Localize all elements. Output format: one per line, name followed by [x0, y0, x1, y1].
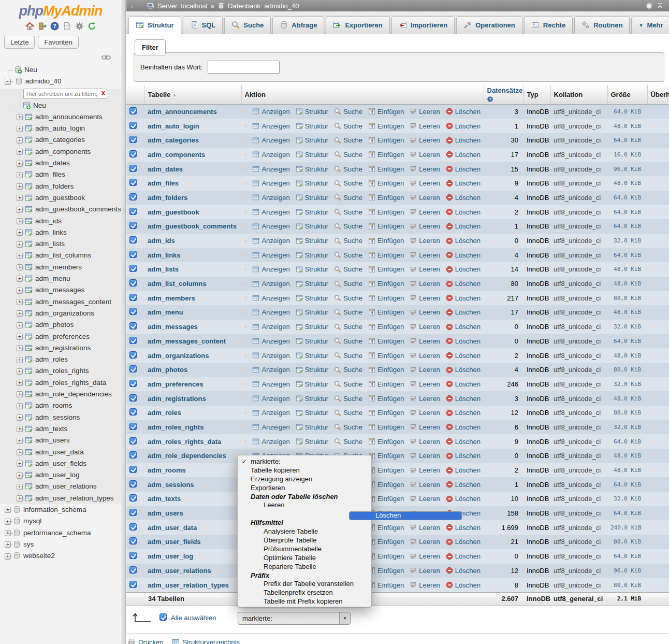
- action-empty-link[interactable]: Leeren: [410, 265, 440, 273]
- table-name-link[interactable]: adm_components: [148, 151, 205, 159]
- sidebar-table-adm_user_fields[interactable]: +adm_user_fields: [0, 458, 121, 469]
- header-records[interactable]: Datensätze: [484, 85, 523, 104]
- action-drop-link[interactable]: Löschen: [446, 466, 481, 474]
- action-drop-link[interactable]: Löschen: [446, 208, 481, 216]
- favorite-star-icon[interactable]: [244, 423, 246, 431]
- tab-routinen[interactable]: Routinen: [574, 16, 630, 34]
- action-insert-link[interactable]: Einfügen: [368, 251, 404, 259]
- favorites-button[interactable]: Favoriten: [38, 36, 78, 49]
- action-empty-link[interactable]: Leeren: [410, 495, 440, 503]
- favorite-star-icon[interactable]: [244, 294, 246, 302]
- action-drop-link[interactable]: Löschen: [446, 294, 481, 302]
- action-empty-link[interactable]: Leeren: [410, 194, 440, 202]
- favorite-star-icon[interactable]: [244, 237, 246, 245]
- expand-icon[interactable]: +: [17, 391, 23, 397]
- favorite-star-icon[interactable]: [244, 366, 246, 374]
- breadcrumb-database[interactable]: Datenbank: admidio_40: [228, 2, 299, 10]
- sidebar-database-mysql[interactable]: +mysql: [0, 516, 121, 527]
- action-insert-link[interactable]: Einfügen: [368, 466, 404, 474]
- table-name-link[interactable]: adm_user_relations: [148, 567, 211, 575]
- sidebar-table-adm_photos[interactable]: +adm_photos: [0, 319, 121, 331]
- expand-icon[interactable]: +: [17, 137, 23, 144]
- help-circle-icon[interactable]: [487, 96, 493, 102]
- favorite-star-icon[interactable]: [244, 208, 246, 216]
- action-structure-link[interactable]: Struktur: [296, 222, 329, 230]
- menu-item-prefix-der-tabelle-voranstellen[interactable]: Prefix der Tabelle voranstellen: [238, 580, 371, 589]
- action-empty-link[interactable]: Leeren: [410, 466, 440, 474]
- sidebar-table-adm_messages[interactable]: +adm_messages: [0, 284, 121, 296]
- action-structure-link[interactable]: Struktur: [296, 151, 329, 159]
- sidebar-table-adm_user_log[interactable]: +adm_user_log: [0, 469, 121, 481]
- table-name-link[interactable]: adm_sessions: [148, 481, 194, 489]
- table-name-link[interactable]: adm_folders: [148, 194, 187, 202]
- collapse-icon[interactable]: −: [5, 79, 11, 85]
- action-insert-link[interactable]: Einfügen: [368, 366, 404, 374]
- action-search-link[interactable]: Suche: [334, 165, 362, 173]
- expand-icon[interactable]: +: [17, 264, 23, 270]
- action-structure-link[interactable]: Struktur: [296, 352, 329, 360]
- expand-icon[interactable]: +: [17, 495, 23, 502]
- action-empty-link[interactable]: Leeren: [410, 165, 440, 173]
- table-name-link[interactable]: adm_organizations: [148, 352, 209, 360]
- tree-filter-input[interactable]: [23, 89, 107, 99]
- expand-icon[interactable]: +: [17, 299, 23, 305]
- expand-icon[interactable]: +: [17, 345, 23, 351]
- action-empty-link[interactable]: Leeren: [410, 323, 440, 331]
- action-insert-link[interactable]: Einfügen: [368, 395, 404, 403]
- expand-icon[interactable]: +: [17, 218, 23, 224]
- action-structure-link[interactable]: Struktur: [296, 280, 329, 288]
- logout-icon[interactable]: [38, 22, 47, 31]
- action-drop-link[interactable]: Löschen: [446, 280, 481, 288]
- expand-icon[interactable]: +: [17, 149, 23, 155]
- table-name-link[interactable]: adm_texts: [148, 495, 181, 503]
- action-drop-link[interactable]: Löschen: [446, 222, 481, 230]
- row-checkbox[interactable]: [129, 351, 137, 359]
- action-insert-link[interactable]: Einfügen: [368, 265, 404, 273]
- table-name-link[interactable]: adm_rooms: [148, 466, 186, 474]
- favorite-star-icon[interactable]: [244, 107, 246, 116]
- action-insert-link[interactable]: Einfügen: [368, 294, 404, 302]
- sidebar-table-adm_guestbook_comments[interactable]: +adm_guestbook_comments: [0, 204, 121, 215]
- expand-icon[interactable]: +: [17, 380, 23, 386]
- action-search-link[interactable]: Suche: [334, 151, 362, 159]
- expand-icon[interactable]: +: [17, 368, 23, 375]
- action-search-link[interactable]: Suche: [334, 265, 362, 273]
- action-search-link[interactable]: Suche: [334, 194, 362, 202]
- sidebar-table-adm_rooms[interactable]: +adm_rooms: [0, 400, 121, 411]
- tree-new-table[interactable]: Neu: [0, 100, 121, 111]
- sidebar-resize-handle[interactable]: [121, 0, 126, 644]
- action-empty-link[interactable]: Leeren: [410, 136, 440, 144]
- action-empty-link[interactable]: Leeren: [410, 380, 440, 388]
- tab-exportieren[interactable]: Exportieren: [326, 16, 389, 34]
- expand-icon[interactable]: +: [17, 183, 23, 190]
- action-empty-link[interactable]: Leeren: [410, 581, 440, 589]
- action-search-link[interactable]: Suche: [334, 423, 362, 431]
- tree-database-admidio_40[interactable]: − admidio_40: [0, 76, 121, 87]
- action-search-link[interactable]: Suche: [334, 409, 362, 417]
- menu-item-tabellenprefix-ersetzen[interactable]: Tabellenprefix ersetzen: [238, 589, 371, 597]
- table-name-link[interactable]: adm_preferences: [148, 380, 203, 388]
- favorite-star-icon[interactable]: [244, 251, 246, 259]
- sidebar-table-adm_roles_rights[interactable]: +adm_roles_rights: [0, 365, 121, 377]
- action-empty-link[interactable]: Leeren: [410, 294, 440, 302]
- favorite-star-icon[interactable]: [244, 437, 246, 446]
- action-browse-link[interactable]: Anzeigen: [252, 395, 289, 403]
- sidebar-database-information_schema[interactable]: +information_schema: [0, 504, 121, 516]
- action-structure-link[interactable]: Struktur: [296, 208, 329, 216]
- tab-importieren[interactable]: Importieren: [391, 16, 455, 34]
- action-drop-link[interactable]: Löschen: [446, 165, 481, 173]
- row-checkbox[interactable]: [129, 136, 137, 143]
- action-browse-link[interactable]: Anzeigen: [252, 208, 289, 216]
- action-drop-link[interactable]: Löschen: [446, 395, 481, 403]
- expand-icon[interactable]: +: [17, 461, 23, 467]
- action-search-link[interactable]: Suche: [334, 352, 362, 360]
- sidebar-database-performance_schema[interactable]: +performance_schema: [0, 527, 121, 539]
- row-checkbox[interactable]: [129, 552, 137, 559]
- sidebar-table-adm_texts[interactable]: +adm_texts: [0, 423, 121, 435]
- menu-item-pr-fsummentabelle[interactable]: Prüfsummentabelle: [238, 545, 371, 554]
- action-insert-link[interactable]: Einfügen: [368, 567, 404, 575]
- action-browse-link[interactable]: Anzeigen: [252, 308, 289, 316]
- page-settings-gear-icon[interactable]: [645, 2, 653, 10]
- menu-item-tabelle-kopieren[interactable]: Tabelle kopieren: [238, 466, 371, 475]
- action-structure-link[interactable]: Struktur: [296, 294, 329, 302]
